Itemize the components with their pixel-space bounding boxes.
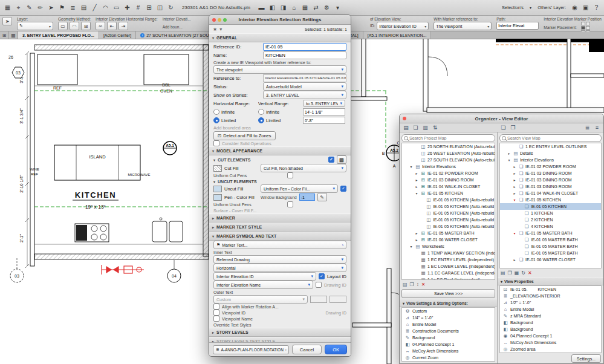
marker-position-cell[interactable] [586,22,590,25]
status-combo[interactable]: Auto-rebuild Model▾ [263,82,346,91]
favorites-icon[interactable]: ★ [213,27,217,32]
text-orientation-combo[interactable]: Horizontal▾ [213,264,346,272]
rotate-icon[interactable]: ↻ [166,2,176,13]
tree-item[interactable]: 27 SOUTH ELEVATION (Auto-rebuild Model) [402,157,495,163]
tree-item[interactable]: IE-01 05 KITCHEN (Auto-rebuild Model) [402,223,495,230]
tree-item[interactable]: IE-01 05 MASTER BATH [500,250,601,256]
pen-picker-icon[interactable]: ✎ [317,193,327,201]
section-story-levels[interactable]: ▸STORY LEVELS [209,328,351,337]
organizer-title-bar[interactable]: Organizer - View Editor [400,114,603,123]
tree-item[interactable]: 26 WEST ELEVATION (Auto-rebuild Model) [402,150,495,157]
view-setting-row[interactable]: 1/4" = 1'-0" [402,314,495,321]
expander-icon[interactable]: ▾ [409,164,414,169]
vertical-top-input[interactable] [303,108,345,115]
new-folder-icon[interactable]: ▤ [501,270,505,276]
list-icon[interactable]: ≣ [68,2,78,13]
detect-fill-zones-button[interactable]: ⊡Detect and Fill to Zones [213,131,276,140]
expander-icon[interactable]: ▾ [409,244,414,249]
window-background-input[interactable] [299,193,315,201]
target-icon[interactable]: ⌖ [13,2,24,13]
uncut-fill-combo[interactable]: Uniform Pen - Color Fil...▾ [261,184,338,193]
tree-item[interactable]: ▸ IE-01 03 DINING ROOM [500,170,601,177]
document-tab[interactable]: 3. ENTRY LEVEL PROPOSED FLO... [18,31,99,39]
viewpoint-reference-combo[interactable]: The viewpoint▾ [213,65,346,74]
tree-item[interactable]: ▸ Details [500,150,601,157]
tree-item[interactable]: ▾ IE-01 05 KITCHEN [402,190,495,197]
expander-icon[interactable]: ▸ [512,191,517,195]
quick-options-icon[interactable]: ⊞ [0,31,9,39]
project-map-icon[interactable]: ▤ [402,124,410,131]
vertical-limited-radio[interactable]: Limited [258,117,300,123]
close-icon[interactable] [212,18,216,22]
view-setting-row[interactable]: Background [402,334,495,341]
align-marker-rotation-checkbox[interactable] [213,304,219,310]
chevron-down-icon[interactable]: ▾ [219,27,222,32]
add-bounded-short-label[interactable]: Add boun... [163,25,183,30]
door-icon[interactable]: ◧ [267,2,278,13]
view-setting-row[interactable]: Custom [402,308,495,314]
expander-icon[interactable]: ▾ [512,198,517,202]
zoom-window-icon[interactable] [223,18,227,22]
expander-icon[interactable]: ▸ [414,184,419,189]
geometry-single-icon[interactable]: ▭ [58,22,68,30]
window-icon[interactable]: ◨ [278,2,288,13]
minimize-icon[interactable] [218,18,221,22]
drawing-id-checkbox[interactable] [316,282,322,288]
tree-item[interactable]: ▾ IE-01 05 MASTER BATH [500,230,601,236]
tree-item[interactable]: ▾ Worksheets [402,243,495,250]
tree-item[interactable]: 1 EC LOWER LEVEL (Independent) [402,263,495,270]
tree-item[interactable]: 1 EC ENTRY LEVEL (Independent) [402,256,495,263]
mesh-icon[interactable]: ▦ [300,2,310,13]
tree-item[interactable]: IE-01 05 KITCHEN [500,203,601,210]
marker-reference-combo[interactable]: The viewpoint▾ [434,22,492,30]
tree-item[interactable]: IE-01 05 MASTER BATH [500,243,601,250]
uniform-cut-pens-checkbox[interactable] [287,172,293,178]
viewpoint-name-checkbox[interactable] [213,316,219,322]
close-icon[interactable] [403,117,406,120]
path-input[interactable] [496,22,539,30]
save-view-icon[interactable]: ▦ [515,270,519,276]
expander-icon[interactable]: ▸ [512,184,517,189]
publisher-icon[interactable]: ⇅ [431,124,439,131]
project-map-search-input[interactable] [401,134,495,142]
document-tab[interactable]: [A5.1 INTERIOR ELEVATION... [363,31,432,39]
expander-icon[interactable]: ▸ [414,238,419,242]
tree-item[interactable]: ▸ IE-01 06 WATER CLOSET [500,256,601,263]
tree-item[interactable]: IE-01 05 KITCHEN (Auto-rebuild Model) [402,210,495,216]
cursor-icon[interactable]: ➤ [46,2,56,13]
outer-text-field-2[interactable] [330,296,346,303]
geometry-chained-icon[interactable]: ◠ [70,22,79,30]
hash-icon[interactable]: # [133,2,143,13]
elevation-id-combo[interactable]: Interior Elevation ID▾ [377,22,429,30]
interior-elevation-id-combo[interactable]: Interior Elevation ID▾ [213,272,316,281]
view-setting-row[interactable]: McCoy Arch Dimensions [402,348,495,354]
override-text-styles-label[interactable]: Override Text Styles [213,323,252,327]
horizontal-limited-radio[interactable]: Limited [213,117,256,123]
view-property-row[interactable]: Background [500,326,601,333]
expander-icon[interactable]: ▸ [414,178,419,182]
tree-item[interactable]: ▸ IE-01 04 WALK-IN CLOSET [402,183,495,190]
tree-item[interactable]: ▾ IE-01 05 KITCHEN [500,197,601,203]
section-general[interactable]: ▾GENERAL [209,33,351,42]
box-icon[interactable]: ▭ [111,2,122,13]
tree-item[interactable]: IE-01 05 KITCHEN (Auto-rebuild Model) [402,203,495,210]
wall-icon[interactable]: ▬ [256,2,267,13]
view-property-row[interactable]: IE-01 05. KITCHEN [500,286,601,293]
expander-icon[interactable]: ▸ [414,171,419,175]
layer-selector[interactable]: ≣ A-ANNO-PLAN-FLOOR.NOTATION › [213,345,289,354]
marker-position-cell[interactable] [581,26,585,30]
name-input[interactable] [263,51,346,59]
view-settings-button[interactable]: Settings... [571,354,601,363]
view-property-row[interactable]: z MRA Standard [500,313,601,319]
marker-position-cell[interactable] [586,26,590,30]
chevron-down-icon[interactable]: ▾ [333,2,343,13]
tree-item[interactable]: ▸ IE-01 06 WATER CLOSET [402,236,495,243]
uniform-uncut-pens-checkbox[interactable] [287,201,293,207]
line-icon[interactable]: ╱ [89,2,100,13]
mirror-icon[interactable]: ⇄ [311,2,321,13]
outer-text-custom-combo[interactable]: Custom▾ [213,295,308,304]
selections-dropdown[interactable]: Selection's [502,5,524,10]
view-property-row[interactable]: 1/2" = 1'-0" [500,299,601,306]
interior-elevation-name-combo[interactable]: Interior Elevation Name▾ [213,281,313,289]
vertical-range-story-combo[interactable]: to 3. ENTRY LEVEL▾ [303,100,345,107]
